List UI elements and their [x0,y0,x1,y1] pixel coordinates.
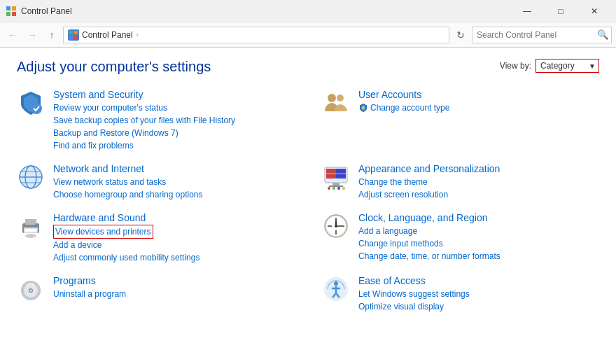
link-view-devices-printers[interactable]: View devices and printers [53,225,153,239]
path-icon [68,29,79,41]
link-suggest-settings[interactable]: Let Windows suggest settings [358,288,599,300]
link-change-theme[interactable]: Change the theme [358,176,599,188]
window-controls: — □ ✕ [511,0,610,22]
ease-access-icon [322,275,350,303]
view-by-dropdown-wrapper[interactable]: Category Large icons Small icons ▼ [536,59,599,73]
link-change-account-type[interactable]: Change account type [370,102,449,114]
svg-rect-5 [74,31,78,34]
svg-rect-30 [25,219,36,225]
link-add-device[interactable]: Add a device [53,239,294,251]
category-user-accounts: User Accounts Change account type [322,89,599,152]
network-internet-title[interactable]: Network and Internet [53,163,294,174]
address-path[interactable]: Control Panel › [63,27,449,43]
path-text: Control Panel [82,30,133,40]
svg-point-34 [25,234,36,238]
user-accounts-text: User Accounts Change account type [358,89,599,114]
up-button[interactable]: ↑ [43,27,60,43]
hardware-sound-icon [17,212,45,240]
main-content: Adjust your computer's settings View by:… [0,48,616,364]
svg-point-27 [337,187,340,190]
programs-text: Programs Uninstall a program [53,275,294,300]
shield-small-icon [358,103,368,113]
link-file-history[interactable]: Save backup copies of your files with Fi… [53,114,294,127]
clock-language-title[interactable]: Clock, Language, and Region [358,212,599,223]
system-security-title[interactable]: System and Security [53,89,294,100]
app-icon [6,6,17,17]
clock-language-icon [322,212,350,240]
svg-rect-22 [326,173,346,174]
user-accounts-title[interactable]: User Accounts [358,89,599,100]
svg-point-8 [31,103,42,114]
window-title: Control Panel [21,6,511,16]
link-mobility-settings[interactable]: Adjust commonly used mobility settings [53,251,294,264]
svg-point-47 [30,290,32,292]
hardware-sound-text: Hardware and Sound View devices and prin… [53,212,294,264]
svg-rect-32 [25,229,36,232]
svg-point-28 [342,187,345,190]
svg-rect-6 [69,36,73,39]
link-screen-resolution[interactable]: Adjust screen resolution [358,188,599,201]
categories-grid: System and Security Review your computer… [17,89,599,324]
svg-rect-24 [329,186,343,187]
network-internet-icon [17,163,45,191]
link-homegroup[interactable]: Choose homegroup and sharing options [53,188,294,201]
svg-point-10 [337,94,344,102]
maximize-button[interactable]: □ [545,0,577,22]
link-uninstall[interactable]: Uninstall a program [53,288,294,300]
category-hardware-sound: Hardware and Sound View devices and prin… [17,212,294,264]
category-clock-language: Clock, Language, and Region Add a langua… [322,212,599,264]
search-input[interactable] [472,30,594,40]
user-accounts-icon [322,89,350,117]
svg-point-11 [362,106,365,109]
hardware-sound-title[interactable]: Hardware and Sound [53,212,294,223]
category-appearance: Appearance and Personalization Change th… [322,163,599,201]
path-separator: › [134,31,139,38]
view-by-select[interactable]: Category Large icons Small icons [536,59,598,72]
link-optimize-display[interactable]: Optimize visual display [358,300,599,313]
link-input-methods[interactable]: Change input methods [358,237,599,250]
svg-rect-3 [12,12,16,16]
search-box: 🔍 [472,27,612,43]
title-bar: Control Panel — □ ✕ [0,0,616,22]
ease-access-title[interactable]: Ease of Access [358,275,599,286]
page-title: Adjust your computer's settings [17,59,211,75]
link-backup-restore[interactable]: Backup and Restore (Windows 7) [53,127,294,139]
minimize-button[interactable]: — [511,0,543,22]
link-fix-problems[interactable]: Find and fix problems [53,139,294,152]
view-by-label: View by: [500,61,531,71]
back-button[interactable]: ← [4,27,21,43]
category-ease-access: Ease of Access Let Windows suggest setti… [322,275,599,313]
network-internet-text: Network and Internet View network status… [53,163,294,201]
clock-language-text: Clock, Language, and Region Add a langua… [358,212,599,262]
search-button[interactable]: 🔍 [594,27,611,43]
close-button[interactable]: ✕ [578,0,610,22]
category-programs: Programs Uninstall a program [17,275,294,313]
svg-rect-0 [6,6,10,10]
category-system-security: System and Security Review your computer… [17,89,294,152]
programs-icon [17,275,45,303]
programs-title[interactable]: Programs [53,275,294,286]
link-add-language[interactable]: Add a language [358,225,599,237]
svg-point-49 [334,281,338,286]
ease-access-text: Ease of Access Let Windows suggest setti… [358,275,599,313]
appearance-text: Appearance and Personalization Change th… [358,163,599,201]
refresh-button[interactable]: ↻ [452,27,469,43]
appearance-title[interactable]: Appearance and Personalization [358,163,599,174]
svg-rect-4 [69,31,73,34]
view-by-control: View by: Category Large icons Small icon… [500,59,599,73]
link-review-status[interactable]: Review your computer's status [53,102,294,114]
svg-point-9 [328,94,336,102]
link-network-status[interactable]: View network status and tasks [53,176,294,188]
link-date-time[interactable]: Change date, time, or number formats [358,250,599,262]
svg-rect-7 [74,36,78,39]
page-header: Adjust your computer's settings View by:… [17,59,599,75]
address-bar: ← → ↑ Control Panel › ↻ 🔍 [0,22,616,48]
system-security-text: System and Security Review your computer… [53,89,294,152]
svg-rect-2 [6,12,10,16]
forward-button[interactable]: → [24,27,41,43]
category-network-internet: Network and Internet View network status… [17,163,294,201]
appearance-icon [322,163,350,191]
svg-point-33 [35,224,38,227]
svg-rect-1 [12,6,16,10]
svg-point-43 [335,225,337,227]
